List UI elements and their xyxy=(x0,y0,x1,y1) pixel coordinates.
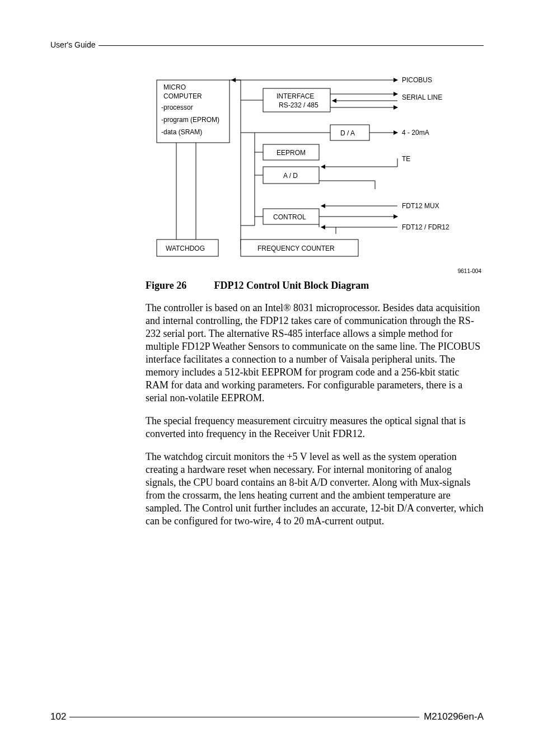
control-label: CONTROL xyxy=(273,213,306,221)
te-label: TE xyxy=(402,155,410,163)
header-label: User's Guide xyxy=(50,40,99,49)
page-header: User's Guide xyxy=(50,40,484,49)
footer-doc-id: M210296en-A xyxy=(419,711,484,722)
am-label: 4 - 20mA xyxy=(402,129,429,137)
fdt-label: FDT12 / FDR12 xyxy=(402,223,449,231)
figure-label: Figure 26 xyxy=(146,280,212,292)
micro-title: MICRO xyxy=(163,83,186,91)
micro-line3: -processor xyxy=(161,104,193,111)
footer-page-number: 102 xyxy=(50,711,69,722)
paragraph-2: The special frequency measurement circui… xyxy=(146,415,484,440)
watchdog-label: WATCHDOG xyxy=(166,245,205,252)
interface-title: INTERFACE xyxy=(277,92,314,100)
da-label: D / A xyxy=(340,129,355,137)
figure-caption: Figure 26 FDP12 Control Unit Block Diagr… xyxy=(146,280,484,292)
paragraph-3: The watchdog circuit monitors the +5 V l… xyxy=(146,450,484,528)
block-diagram: MICRO COMPUTER -processor -program (EPRO… xyxy=(146,72,484,274)
header-rule xyxy=(99,45,484,46)
figure-title: FDP12 Control Unit Block Diagram xyxy=(214,280,369,291)
picobus-label: PICOBUS xyxy=(402,76,432,84)
micro-line2: COMPUTER xyxy=(163,92,202,100)
eeprom-label: EEPROM xyxy=(277,149,306,157)
serial-label: SERIAL LINE xyxy=(402,93,442,101)
micro-line4: -program (EPROM) xyxy=(161,116,219,124)
paragraph-1: The controller is based on an Intel® 803… xyxy=(146,302,484,405)
footer-rule xyxy=(69,717,419,717)
page-footer: 102 M210296en-A xyxy=(50,711,484,722)
diagram-code: 9611-004 xyxy=(146,268,481,274)
interface-line2: RS-232 / 485 xyxy=(279,101,318,109)
micro-line5: -data (SRAM) xyxy=(161,128,202,136)
freq-label: FREQUENCY COUNTER xyxy=(257,245,335,252)
ad-label: A / D xyxy=(283,172,298,180)
mux-label: FDT12 MUX xyxy=(402,202,439,210)
